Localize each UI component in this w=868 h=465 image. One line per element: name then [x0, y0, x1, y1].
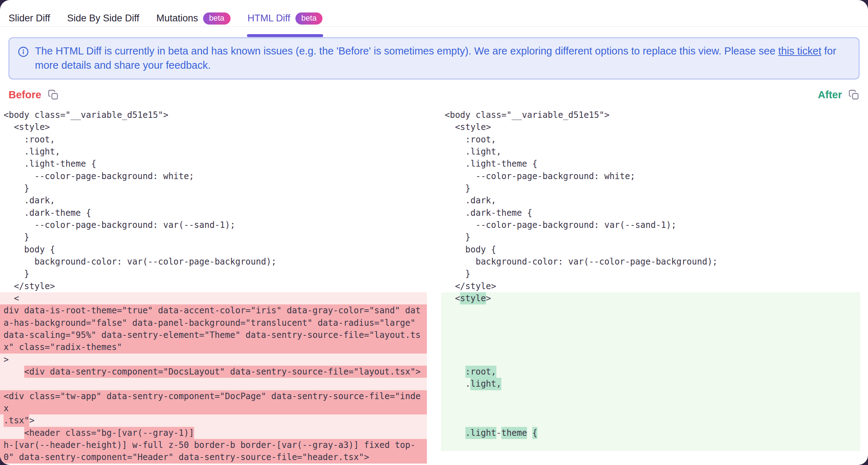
before-code-panel[interactable]: <body class="__variable_d51e15"> <style>… — [0, 109, 427, 464]
diff-viewer-card: Slider Diff Side By Side Diff Mutations … — [0, 0, 868, 465]
code-line — [441, 341, 860, 353]
code-text: <style> — [445, 121, 491, 133]
after-code-panel[interactable]: <body class="__variable_d51e15"> <style>… — [441, 109, 860, 464]
code-line: } — [0, 231, 427, 243]
code-text: - — [496, 427, 501, 439]
code-text: > — [29, 414, 34, 427]
code-line: <div data-sentry-component="DocsLayout" … — [0, 366, 427, 378]
copy-after-button[interactable] — [848, 89, 859, 100]
beta-badge: beta — [295, 12, 323, 25]
diff-chunk-added: { — [532, 427, 537, 439]
code-text: <style> — [4, 121, 50, 133]
code-text: < — [445, 292, 460, 304]
this-ticket-link[interactable]: this ticket — [778, 45, 821, 57]
code-line: x" class="radix-themes" — [0, 341, 427, 353]
code-line: .light, — [0, 146, 427, 158]
code-line: </style> — [441, 280, 860, 292]
code-line — [441, 414, 860, 427]
code-text: > — [4, 354, 9, 366]
tab-label: Side By Side Diff — [67, 13, 139, 24]
code-line: .light-theme { — [0, 158, 427, 170]
code-line: data-scaling="95%" data-sentry-element="… — [0, 329, 427, 341]
code-text: } — [4, 182, 29, 194]
diff-chunk-removed: 0" data-sentry-component="Header" data-s… — [4, 451, 369, 463]
code-line: } — [0, 182, 427, 194]
code-line: </style> — [0, 280, 427, 292]
code-line: < — [0, 292, 427, 304]
beta-badge: beta — [203, 12, 231, 25]
diff-chunk-removed: a-has-background="false" data-panel-back… — [4, 317, 415, 329]
code-line: body { — [0, 244, 427, 256]
before-title: Before — [9, 89, 41, 101]
beta-info-banner: The HTML Diff is currently in beta and h… — [9, 37, 859, 79]
tab-slider-diff[interactable]: Slider Diff — [9, 10, 50, 27]
code-text: .light-theme { — [445, 158, 537, 170]
diff-chunk-removed: <div class="tw-app" data-sentry-componen… — [4, 390, 420, 402]
code-text: .dark, — [445, 194, 496, 207]
panel-headers: Before After — [9, 89, 859, 101]
code-line: <div class="tw-app" data-sentry-componen… — [0, 390, 427, 402]
code-text: </style> — [445, 280, 496, 292]
code-line: > — [0, 354, 427, 366]
diff-code-area: <body class="__variable_d51e15"> <style>… — [0, 109, 868, 464]
code-line: --color-page-background: var(--sand-1); — [0, 219, 427, 231]
code-line: a-has-background="false" data-panel-back… — [0, 317, 427, 329]
tab-label: HTML Diff — [248, 13, 290, 24]
code-line — [0, 378, 427, 390]
code-text: <body class="__variable_d51e15"> — [445, 109, 609, 121]
code-line: 0" data-sentry-component="Header" data-s… — [0, 451, 427, 463]
diff-chunk-removed: x" class="radix-themes" — [4, 341, 122, 353]
tab-html-diff[interactable]: HTML Diff beta — [248, 10, 323, 27]
code-line — [441, 354, 860, 366]
diff-chunk-removed: h-[var(--header-height)] w-full z-50 bor… — [4, 439, 415, 451]
code-line: <style> — [441, 121, 860, 133]
tab-mutations[interactable]: Mutations beta — [156, 10, 231, 27]
code-line: <body class="__variable_d51e15"> — [441, 109, 860, 121]
code-line: .light, — [441, 146, 860, 158]
code-text: --color-page-background: white; — [445, 170, 635, 182]
diff-chunk-removed: <div data-sentry-component="DocsLayout" … — [24, 366, 427, 378]
code-text: } — [445, 268, 470, 280]
code-line: --color-page-background: white; — [0, 170, 427, 182]
code-text: . — [445, 378, 470, 390]
tab-label: Slider Diff — [9, 13, 50, 24]
code-text: --color-page-background: var(--sand-1); — [4, 219, 235, 231]
diff-chunk-removed: <header class="bg-[var(--gray-1)] — [24, 427, 194, 439]
code-text — [445, 366, 465, 378]
code-text — [527, 427, 532, 439]
code-line: } — [0, 268, 427, 280]
code-text: .light-theme { — [4, 158, 96, 170]
code-line: --color-page-background: var(--sand-1); — [441, 219, 860, 231]
diff-chunk-removed: div data-is-root-theme="true" data-accen… — [4, 304, 420, 317]
diff-chunk-added: light, — [470, 378, 501, 390]
code-text: } — [4, 231, 29, 243]
after-title: After — [818, 89, 842, 101]
diff-chunk-removed: data-scaling="95%" data-sentry-element="… — [4, 329, 420, 341]
code-line: } — [441, 231, 860, 243]
copy-before-button[interactable] — [48, 89, 59, 100]
code-line: h-[var(--header-height)] w-full z-50 bor… — [0, 439, 427, 451]
code-text — [445, 427, 465, 439]
code-text: < — [4, 292, 19, 304]
code-line: .light-theme { — [441, 427, 860, 439]
code-line: --color-page-background: white; — [441, 170, 860, 182]
code-text: body { — [4, 244, 55, 256]
code-text: } — [4, 268, 29, 280]
code-line: .light, — [441, 378, 860, 390]
code-text — [4, 366, 24, 378]
code-text: > — [486, 292, 491, 304]
banner-text-start: The HTML Diff is currently in beta and h… — [35, 45, 778, 57]
code-line: .tsx"> — [0, 414, 427, 427]
code-text: <body class="__variable_d51e15"> — [4, 109, 168, 121]
code-text: .light, — [445, 146, 501, 158]
code-line: .dark-theme { — [441, 207, 860, 219]
code-text: :root, — [4, 134, 55, 146]
code-line: div data-is-root-theme="true" data-accen… — [0, 304, 427, 317]
tab-side-by-side-diff[interactable]: Side By Side Diff — [67, 10, 139, 27]
code-line: <body class="__variable_d51e15"> — [0, 109, 427, 121]
code-text: body { — [445, 244, 496, 256]
code-text: .dark-theme { — [4, 207, 91, 219]
code-text: :root, — [445, 134, 496, 146]
code-text: } — [445, 231, 470, 243]
tab-label: Mutations — [156, 13, 198, 24]
